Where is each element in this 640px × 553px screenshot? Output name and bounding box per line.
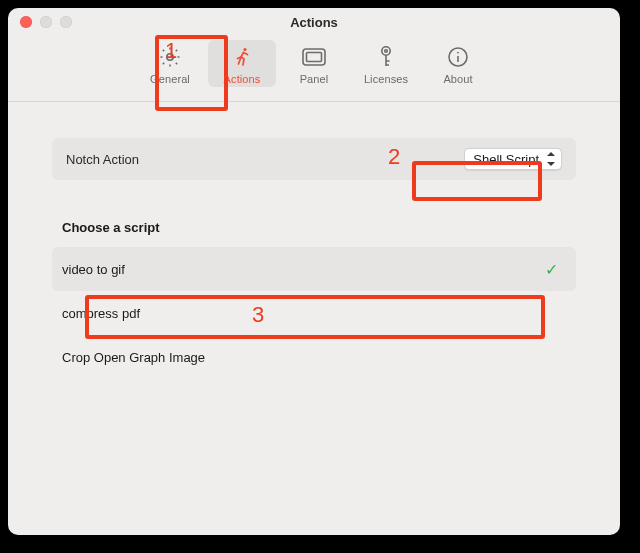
minimize-button[interactable] (40, 16, 52, 28)
script-label: compress pdf (62, 306, 140, 321)
info-icon (445, 44, 471, 70)
svg-rect-3 (307, 53, 322, 62)
chevron-updown-icon (545, 151, 557, 167)
script-row-crop-open-graph[interactable]: Crop Open Graph Image (52, 335, 576, 379)
window-controls (20, 16, 72, 28)
key-icon (373, 44, 399, 70)
gear-icon (157, 44, 183, 70)
panel-icon (301, 44, 327, 70)
close-button[interactable] (20, 16, 32, 28)
check-icon: ✓ (545, 260, 558, 279)
svg-point-0 (167, 54, 173, 60)
script-label: video to gif (62, 262, 125, 277)
tab-general[interactable]: General (136, 40, 204, 87)
tab-about[interactable]: About (424, 40, 492, 87)
script-row-compress-pdf[interactable]: compress pdf (52, 291, 576, 335)
preferences-window: Actions General Actions (8, 8, 620, 535)
toolbar: General Actions Panel (8, 36, 620, 102)
tab-label: Licenses (364, 73, 408, 85)
tab-panel[interactable]: Panel (280, 40, 348, 87)
window-title: Actions (290, 15, 338, 30)
tab-label: General (150, 73, 190, 85)
script-label: Crop Open Graph Image (62, 350, 205, 365)
script-row-video-to-gif[interactable]: video to gif ✓ (52, 247, 576, 291)
zoom-button[interactable] (60, 16, 72, 28)
choose-script-heading: Choose a script (62, 220, 576, 235)
running-person-icon (229, 44, 255, 70)
tab-licenses[interactable]: Licenses (352, 40, 420, 87)
svg-point-5 (385, 50, 388, 53)
svg-point-8 (457, 52, 459, 54)
content-area: Notch Action Shell Script Choose a scrip… (8, 102, 620, 379)
script-list: video to gif ✓ compress pdf Crop Open Gr… (52, 247, 576, 379)
notch-action-dropdown[interactable]: Shell Script (464, 148, 562, 170)
svg-point-4 (382, 47, 390, 55)
tab-label: Panel (300, 73, 329, 85)
dropdown-value: Shell Script (473, 152, 539, 167)
notch-action-label: Notch Action (66, 152, 139, 167)
notch-action-row: Notch Action Shell Script (52, 138, 576, 180)
svg-point-1 (243, 48, 246, 51)
titlebar: Actions (8, 8, 620, 36)
tab-actions[interactable]: Actions (208, 40, 276, 87)
tab-label: About (443, 73, 472, 85)
tab-label: Actions (224, 73, 261, 85)
